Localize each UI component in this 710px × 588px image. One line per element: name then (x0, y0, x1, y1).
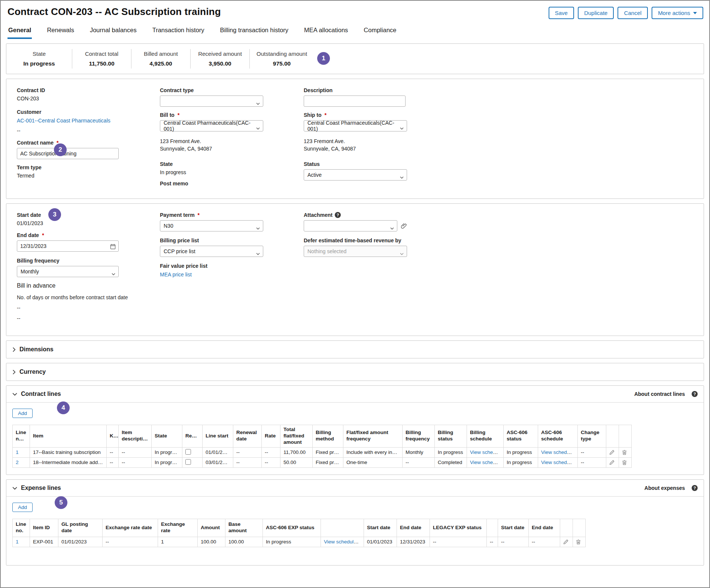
chevron-right-icon (12, 346, 16, 353)
col-asc606-exp-status[interactable]: ASC-606 EXP status (263, 519, 321, 537)
tab-compliance[interactable]: Compliance (363, 24, 397, 39)
tab-billing-transaction-history[interactable]: Billing transaction history (219, 24, 289, 39)
end-date-input[interactable] (17, 240, 119, 252)
customer-link[interactable]: AC-001--Central Coast Pharmaceuticals (17, 118, 110, 124)
asc606-exp-schedule-cell: View schedule 1 (321, 537, 364, 547)
chevron-down-icon (400, 125, 404, 131)
duplicate-button[interactable]: Duplicate (578, 7, 614, 19)
more-actions-button[interactable]: More actions (652, 7, 703, 19)
col-billing-method[interactable]: Billing method (313, 425, 343, 447)
col-state[interactable]: State (152, 425, 182, 447)
tab-journal-balances[interactable]: Journal balances (89, 24, 137, 39)
col-legacy-start-date[interactable]: Start date (498, 519, 529, 537)
col-kit[interactable]: Kit (107, 425, 119, 447)
edit-icon[interactable] (609, 449, 615, 455)
tab-transaction-history[interactable]: Transaction history (152, 24, 205, 39)
col-total-flat-fixed[interactable]: Total flat/fixed amount (280, 425, 313, 447)
calendar-icon[interactable] (110, 243, 116, 250)
billing-frequency-select[interactable]: Monthly (17, 266, 119, 277)
col-start-date[interactable]: Start date (364, 519, 397, 537)
stat-label: Contract total (79, 51, 124, 57)
col-exchange-rate-date[interactable]: Exchange rate date (103, 519, 158, 537)
col-amount[interactable]: Amount (198, 519, 225, 537)
view-billing-schedule-link[interactable]: View schedule (470, 460, 503, 465)
edit-icon[interactable] (609, 460, 615, 465)
tab-renewals[interactable]: Renewals (46, 24, 75, 39)
bill-to-select[interactable]: Central Coast Pharmaceuticals(CAC-001) (160, 120, 263, 131)
legacy-end-date-cell: -- (529, 537, 560, 547)
line-no-link[interactable]: 1 (16, 449, 19, 455)
col-legacy-exp-status[interactable]: LEGACY EXP status (430, 519, 487, 537)
contract-type-select[interactable] (160, 96, 263, 107)
line-no-link[interactable]: 2 (16, 460, 19, 465)
help-icon[interactable]: ? (335, 212, 341, 218)
col-billing-schedule[interactable]: Billing schedule (467, 425, 504, 447)
paperclip-icon[interactable] (401, 222, 407, 229)
col-asc606-schedule[interactable]: ASC-606 schedule (538, 425, 578, 447)
tab-general[interactable]: General (7, 24, 32, 39)
col-asc606-status[interactable]: ASC-606 status (504, 425, 538, 447)
contract-name-input[interactable] (17, 148, 119, 159)
save-button[interactable]: Save (549, 7, 574, 19)
payment-term-select[interactable]: N30 (160, 220, 263, 231)
col-renewal-date[interactable]: Renewal date (233, 425, 262, 447)
col-base-amount[interactable]: Base amount (225, 519, 263, 537)
tab-mea-allocations[interactable]: MEA allocations (303, 24, 349, 39)
renewal-date-cell: -- (233, 447, 262, 457)
edit-icon[interactable] (563, 539, 568, 545)
contract-lines-table: Line no.▲ Item Kit Item description Stat… (12, 425, 632, 468)
col-item-id[interactable]: Item ID (30, 519, 58, 537)
col-line-start[interactable]: Line start (203, 425, 233, 447)
view-asc606-schedule-link[interactable]: View schedule 1 (541, 449, 578, 455)
amount-cell: 100.00 (198, 537, 225, 547)
cancel-button[interactable]: Cancel (618, 7, 648, 19)
line-start-cell: 01/01/2023 (203, 447, 233, 457)
renew-cell (182, 457, 203, 467)
col-exchange-rate[interactable]: Exchange rate (158, 519, 198, 537)
chevron-down-icon (390, 225, 394, 231)
currency-section[interactable]: Currency (6, 363, 704, 381)
col-item-description[interactable]: Item description (119, 425, 152, 447)
add-contract-line-button[interactable]: Add (12, 409, 33, 418)
help-icon[interactable]: ? (692, 485, 698, 491)
view-asc606-schedule-link[interactable]: View schedule 1 (541, 460, 578, 465)
ship-to-select[interactable]: Central Coast Pharmaceuticals(CAC-001) (304, 120, 407, 131)
status-label: Status (304, 161, 693, 167)
col-rate[interactable]: Rate (262, 425, 280, 447)
col-end-date[interactable]: End date (397, 519, 430, 537)
defer-revenue-select[interactable]: Nothing selected (304, 246, 407, 257)
col-legacy-end-date[interactable]: End date (529, 519, 560, 537)
view-exp-schedule-link[interactable]: View schedule 1 (324, 539, 361, 545)
col-billing-status[interactable]: Billing status (435, 425, 467, 447)
attachment-label-text: Attachment (304, 212, 333, 218)
chevron-down-icon[interactable] (12, 391, 17, 397)
billing-col-2: Payment term* N30 Billing price list CCP… (160, 212, 304, 326)
renew-checkbox[interactable] (185, 449, 191, 455)
col-renew[interactable]: Renew (182, 425, 203, 447)
status-select[interactable]: Active (304, 169, 407, 181)
line-no-link[interactable]: 1 (16, 539, 19, 545)
col-line-no[interactable]: Line no.▲ (13, 425, 30, 447)
description-input[interactable] (304, 96, 406, 107)
help-icon[interactable]: ? (692, 391, 698, 397)
trash-icon[interactable] (622, 460, 627, 465)
stat-received-amount: Received amount 3,950.00 (191, 49, 250, 69)
billing-price-list-select[interactable]: CCP price list (160, 246, 263, 257)
chevron-down-icon[interactable] (12, 485, 17, 491)
col-line-no[interactable]: Line no. (13, 519, 30, 537)
dimensions-section[interactable]: Dimensions (6, 340, 704, 358)
col-change-type[interactable]: Change type (578, 425, 606, 447)
col-item[interactable]: Item (30, 425, 107, 447)
trash-icon[interactable] (622, 449, 627, 455)
view-billing-schedule-link[interactable]: View schedule (470, 449, 503, 455)
attachment-select[interactable] (304, 220, 397, 231)
renew-checkbox[interactable] (185, 459, 191, 465)
fair-value-price-list-link[interactable]: MEA price list (160, 272, 192, 278)
col-billing-frequency[interactable]: Billing frequency (403, 425, 435, 447)
line-start-cell: 03/01/2023 (203, 457, 233, 467)
col-gl-posting-date[interactable]: GL posting date (58, 519, 103, 537)
add-expense-line-button[interactable]: Add (12, 503, 33, 512)
trash-icon[interactable] (576, 539, 581, 545)
col-flat-fixed-frequency[interactable]: Flat/fixed amount frequency (343, 425, 403, 447)
change-type-cell: -- (578, 457, 606, 467)
